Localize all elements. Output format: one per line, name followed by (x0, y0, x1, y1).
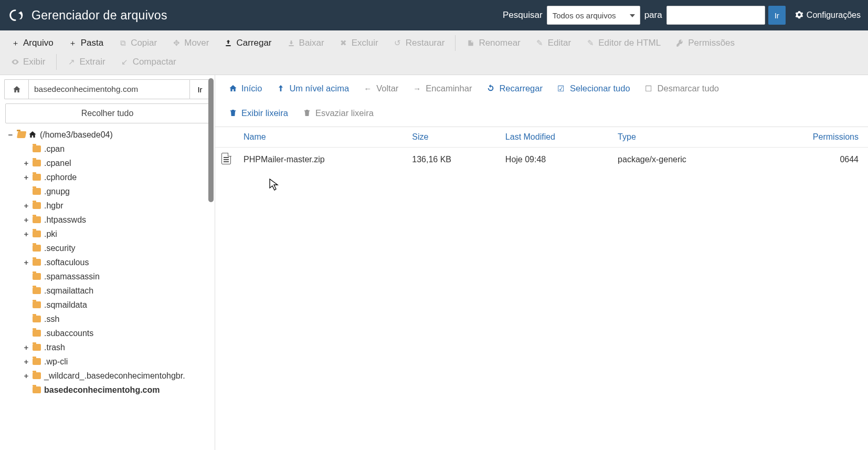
col-name[interactable]: Name (237, 127, 406, 148)
reload-button[interactable]: Recarregar (479, 80, 550, 97)
tree-root[interactable]: − (/home3/basede04) (7, 128, 215, 142)
tree-item-label: .spamassassin (44, 269, 100, 284)
settings-button[interactable]: Configurações (795, 11, 861, 20)
show-trash-button[interactable]: Exibir lixeira (221, 105, 295, 121)
tree-item[interactable]: +.softaculous (7, 255, 215, 269)
table-row[interactable]: PHPMailer-master.zip136,16 KBHoje 09:48p… (215, 148, 868, 172)
restore-icon: ↺ (393, 38, 403, 48)
collapse-toggle-icon[interactable]: − (7, 128, 14, 142)
tree-item[interactable]: basedeconhecimentohg.com (7, 383, 215, 397)
col-modified[interactable]: Last Modified (499, 127, 611, 148)
search-go-button[interactable]: Ir (768, 6, 786, 25)
folder-icon (33, 372, 41, 379)
expand-toggle-icon[interactable]: + (23, 213, 29, 227)
expand-toggle-icon[interactable]: + (23, 340, 29, 354)
home-icon (229, 84, 238, 93)
rename-icon (466, 39, 475, 48)
expand-toggle-icon[interactable]: + (23, 170, 29, 184)
app-title: Gerenciador de arquivos (31, 8, 167, 23)
expand-toggle-icon[interactable]: + (23, 227, 29, 241)
tree-item[interactable]: +_wildcard_.basedeconhecimentohgbr. (7, 369, 215, 383)
col-perms[interactable]: Permissions (757, 127, 868, 148)
tree-item[interactable]: .gnupg (7, 184, 215, 198)
folder-icon (33, 273, 41, 280)
tree-item[interactable]: +.trash (7, 340, 215, 354)
table-header-row: Name Size Last Modified Type Permissions (215, 127, 868, 148)
select-all-button[interactable]: ☑Selecionar tudo (550, 80, 638, 97)
tree-item-label: .pki (44, 227, 57, 241)
tree-item[interactable]: +.cpanel (7, 156, 215, 170)
folder-tree: − (/home3/basede04) .cpan+.cpanel+.cphor… (0, 125, 215, 450)
folder-icon (33, 188, 41, 195)
new-folder-button[interactable]: ＋Pasta (61, 34, 111, 53)
tree-item[interactable]: +.pki (7, 227, 215, 241)
tree-item[interactable]: .sqmaildata (7, 298, 215, 312)
cell-modified: Hoje 09:48 (499, 148, 611, 172)
folder-icon (33, 344, 41, 351)
tree-item-label: .htpasswds (44, 213, 86, 227)
search-label: Pesquisar (503, 10, 543, 20)
tree-item-label: _wildcard_.basedeconhecimentohgbr. (44, 369, 185, 383)
expand-toggle-icon[interactable]: + (23, 354, 29, 369)
main-panel: Início Um nível acima ←Voltar →Encaminha… (215, 75, 868, 450)
upload-button[interactable]: Carregar (216, 34, 279, 53)
trash-icon (229, 109, 238, 118)
extract-button: ↗Extrair (60, 53, 113, 71)
back-arrow-icon: ← (364, 84, 373, 93)
folder-icon (33, 216, 41, 223)
upload-icon (224, 39, 233, 48)
tree-item-label: .gnupg (44, 184, 70, 198)
tree-item-label: .ssh (44, 312, 59, 326)
expand-toggle-icon[interactable]: + (23, 156, 29, 170)
permissions-button: Permissões (668, 34, 742, 53)
copy-icon: ⧉ (118, 38, 128, 48)
key-icon (675, 39, 685, 48)
collapse-all-button[interactable]: Recolher tudo (5, 103, 209, 123)
path-input[interactable] (28, 79, 189, 99)
col-type[interactable]: Type (611, 127, 757, 148)
empty-trash-button: Esvaziar lixeira (295, 105, 381, 121)
tree-item[interactable]: .subaccounts (7, 326, 215, 340)
folder-icon (33, 145, 41, 152)
home-button[interactable]: Início (221, 80, 269, 97)
expand-toggle-icon[interactable]: + (23, 198, 29, 213)
sidebar-scrollbar[interactable] (207, 75, 215, 450)
up-arrow-icon (277, 84, 286, 93)
html-editor-button: ✎Editor de HTML (578, 34, 668, 53)
up-one-level-button[interactable]: Um nível acima (269, 80, 356, 97)
compress-button: ↙Compactar (113, 53, 184, 71)
tree-item[interactable]: +.hgbr (7, 198, 215, 213)
folder-open-icon (17, 131, 25, 138)
tree-item[interactable]: +.cphorde (7, 170, 215, 184)
search-scope-select[interactable]: Todos os arquivos (547, 6, 640, 25)
path-home-button[interactable] (4, 79, 28, 99)
expand-toggle-icon[interactable]: + (23, 369, 29, 383)
tree-item[interactable]: .ssh (7, 312, 215, 326)
move-button: ✥Mover (164, 34, 216, 53)
delete-button: ✖Excluir (332, 34, 386, 53)
folder-icon (33, 245, 41, 252)
expand-toggle-icon[interactable]: + (23, 255, 29, 269)
action-bar: Início Um nível acima ←Voltar →Encaminha… (215, 75, 868, 127)
folder-icon (33, 202, 41, 209)
new-file-button[interactable]: ＋Arquivo (3, 34, 61, 53)
tree-item-label: .trash (44, 340, 65, 354)
folder-icon (33, 231, 41, 237)
copy-button: ⧉Copiar (111, 34, 164, 53)
view-button: Exibir (3, 53, 53, 71)
tree-item[interactable]: .cpan (7, 142, 215, 156)
tree-item[interactable]: .spamassassin (7, 269, 215, 284)
delete-icon: ✖ (339, 38, 348, 48)
search-input[interactable] (666, 6, 765, 25)
tree-item-label: basedeconhecimentohg.com (44, 383, 160, 397)
eye-icon (10, 58, 20, 67)
tree-item[interactable]: +.wp-cli (7, 354, 215, 369)
tree-item[interactable]: +.htpasswds (7, 213, 215, 227)
tree-item[interactable]: .sqmailattach (7, 284, 215, 298)
col-size[interactable]: Size (406, 127, 499, 148)
tree-item-label: .cpan (44, 142, 65, 156)
gear-icon (795, 11, 803, 20)
tree-item-label: .hgbr (44, 198, 63, 213)
tree-item[interactable]: .security (7, 241, 215, 255)
rename-button: Renomear (459, 34, 527, 53)
